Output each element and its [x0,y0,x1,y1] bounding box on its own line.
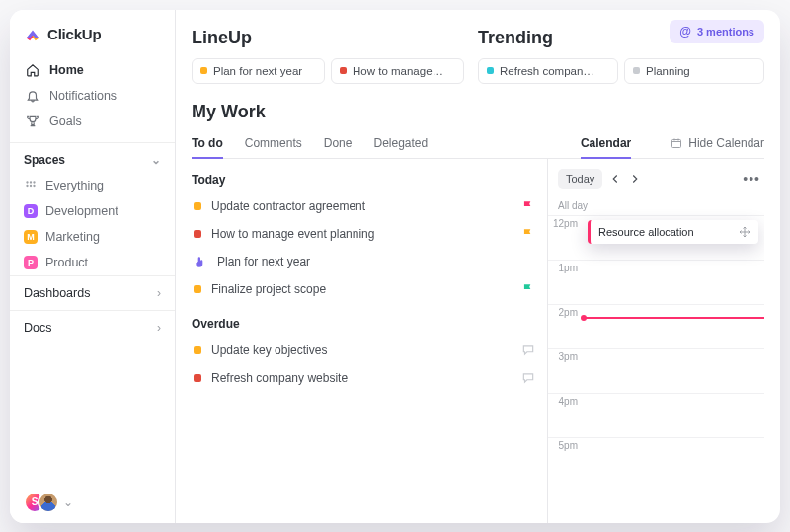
hour-row[interactable]: 4pm [548,393,764,437]
tab-calendar[interactable]: Calendar [581,128,631,158]
chevron-left-icon[interactable] [608,172,622,186]
trophy-icon [26,114,40,128]
hour-cell [584,438,764,482]
hand-icon [194,255,207,268]
allday-label: All day [548,194,764,215]
space-name: Marketing [45,230,100,244]
avatar-user [38,492,59,513]
calendar-icon [671,137,682,149]
task-row[interactable]: Finalize project scope [192,275,537,303]
logo[interactable]: ClickUp [10,10,175,55]
task-row[interactable]: How to manage event planning [192,220,537,248]
sidebar-item-space[interactable]: MMarketing [10,224,175,250]
chevron-down-icon[interactable]: ⌄ [63,495,73,509]
status-dot-icon [194,374,201,382]
avatar-stack[interactable]: S [24,492,59,513]
chevron-right-icon[interactable] [628,172,642,186]
home-icon [26,63,40,77]
more-menu-icon[interactable]: ••• [743,171,760,187]
status-dot-icon [194,230,201,238]
hour-cell: Resource allocation [584,216,764,260]
main: @ 3 mentions LineUp Plan for next yearHo… [176,10,780,523]
trending-title: Trending [478,28,764,48]
event-title: Resource allocation [598,226,694,238]
bell-icon [26,89,40,103]
flag-icon [521,282,535,296]
svg-point-2 [33,181,35,183]
chip[interactable]: Planning [624,58,764,84]
chip[interactable]: How to manage… [331,58,464,84]
svg-point-0 [26,181,28,183]
hide-calendar-button[interactable]: Hide Calendar [671,136,764,150]
status-dot-icon [487,67,494,74]
spaces-list: DDevelopmentMMarketingPProduct [10,198,175,275]
chip-label: Plan for next year [213,65,302,77]
task-title: Finalize project scope [211,282,512,296]
svg-point-1 [30,181,32,183]
space-badge-icon: P [24,256,38,269]
today-button[interactable]: Today [558,169,602,189]
mywork-title: My Work [176,84,780,128]
task-row[interactable]: Plan for next year [192,248,537,275]
hour-label: 4pm [548,394,584,407]
tab[interactable]: To do [192,128,223,158]
chevron-right-icon: › [157,321,161,335]
hour-cell [584,261,764,304]
chip-label: How to manage… [353,65,443,77]
chevron-down-icon: ⌄ [151,153,161,167]
nav-home[interactable]: Home [18,57,167,83]
nav-docs[interactable]: Docs › [10,310,175,344]
hour-cell [584,349,764,393]
space-badge-icon: D [24,204,38,218]
tab[interactable]: Done [324,128,353,158]
chip[interactable]: Refresh compan… [478,58,618,84]
status-dot-icon [200,67,207,74]
hour-row[interactable]: 3pm [548,348,764,393]
sidebar-item-space[interactable]: PProduct [10,250,175,275]
status-dot-icon [194,346,201,354]
docs-label: Docs [24,321,51,335]
space-name: Product [45,256,88,269]
hour-row[interactable]: 12pmResource allocation [548,215,764,260]
hour-label: 2pm [548,305,584,318]
hour-row[interactable]: 2pm [548,304,764,348]
hour-row[interactable]: 1pm [548,260,764,304]
hide-calendar-label: Hide Calendar [688,136,764,150]
lineup-title: LineUp [192,28,464,48]
tab[interactable]: Delegated [373,128,428,158]
grid-icon [24,179,38,192]
hour-label: 1pm [548,261,584,273]
tab[interactable]: Comments [245,128,302,158]
hour-label: 3pm [548,349,584,362]
space-name: Development [45,204,118,218]
spaces-header[interactable]: Spaces ⌄ [10,142,175,173]
tasks-column: TodayUpdate contractor agreementHow to m… [192,159,547,523]
content-row: To doCommentsDoneDelegated Calendar Hide… [176,128,780,523]
nav-goals[interactable]: Goals [18,109,167,134]
task-row[interactable]: Update key objectives [192,337,537,364]
chip[interactable]: Plan for next year [192,58,325,84]
svg-point-4 [30,184,32,186]
task-row[interactable]: Update contractor agreement [192,192,537,220]
status-dot-icon [194,202,201,210]
task-title: Plan for next year [217,255,535,268]
lineup-chips: Plan for next yearHow to manage… [192,58,464,84]
nav-goals-label: Goals [49,114,82,128]
hour-row[interactable]: 5pm [548,437,764,482]
chip-label: Refresh compan… [500,65,594,77]
task-title: Update key objectives [211,343,512,357]
calendar-event[interactable]: Resource allocation [588,220,758,244]
svg-point-3 [26,184,28,186]
headers-row: LineUp Plan for next yearHow to manage… … [176,28,780,84]
move-icon[interactable] [739,226,750,238]
dashboards-label: Dashboards [24,286,90,300]
space-badge-icon: M [24,230,38,244]
sidebar-item-space[interactable]: DDevelopment [10,198,175,224]
nav-notifications[interactable]: Notifications [18,83,167,109]
hour-label: 12pm [548,216,584,229]
space-everything[interactable]: Everything [10,173,175,198]
hour-label: 5pm [548,438,584,451]
comment-icon [521,371,535,385]
task-row[interactable]: Refresh company website [192,364,537,392]
nav-dashboards[interactable]: Dashboards › [10,275,175,310]
